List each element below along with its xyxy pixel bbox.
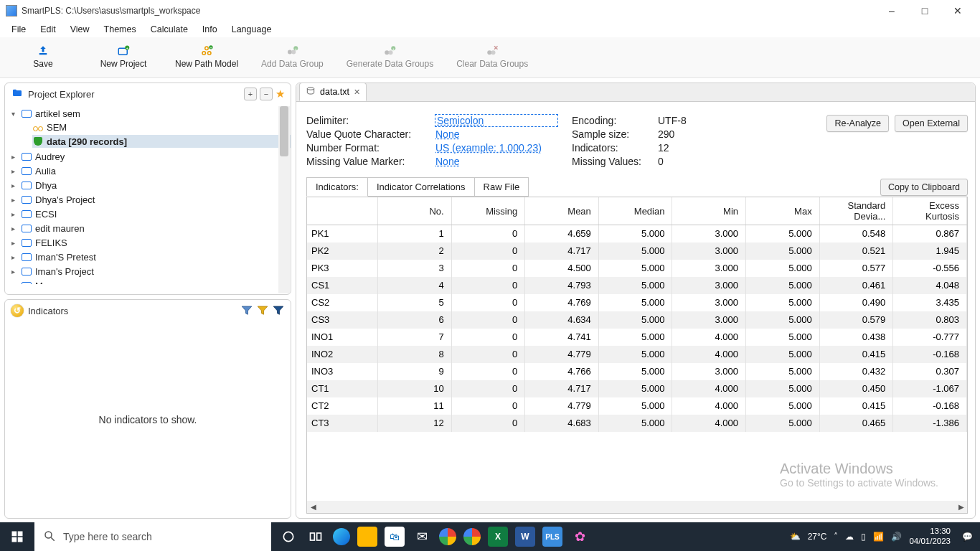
- menu-themes[interactable]: Themes: [97, 23, 143, 36]
- col-median[interactable]: Median: [598, 197, 672, 225]
- tree-item[interactable]: SEM: [47, 122, 67, 133]
- expand-all-button[interactable]: +: [244, 88, 257, 100]
- cortana-icon[interactable]: [278, 527, 298, 547]
- excel-icon[interactable]: X: [488, 527, 508, 547]
- table-row[interactable]: CT31204.6835.0004.0005.0000.465-1.386: [307, 415, 967, 432]
- table-row[interactable]: CT11004.7175.0004.0005.0000.450-1.067: [307, 380, 967, 397]
- col-no[interactable]: No.: [378, 197, 452, 225]
- table-row[interactable]: CS2504.7695.0003.0005.0000.4903.435: [307, 294, 967, 311]
- minimize-button[interactable]: –: [875, 0, 908, 22]
- maximize-button[interactable]: □: [908, 0, 941, 22]
- col-min[interactable]: Min: [672, 197, 746, 225]
- menu-info[interactable]: Info: [195, 23, 225, 36]
- open-external-button[interactable]: Open External: [895, 115, 968, 132]
- scroll-left-icon[interactable]: ◀: [307, 501, 319, 513]
- generate-data-groups-button[interactable]: + Generate Data Groups: [347, 44, 433, 69]
- col-sd[interactable]: Standard Devia...: [819, 197, 893, 225]
- col-max[interactable]: Max: [746, 197, 820, 225]
- taskbar-search[interactable]: Type here to search: [34, 522, 271, 551]
- favorite-icon[interactable]: ★: [275, 88, 285, 100]
- table-row[interactable]: CT21104.7795.0004.0005.0000.415-0.168: [307, 397, 967, 415]
- col-ek[interactable]: Excess Kurtosis: [893, 197, 967, 225]
- save-button[interactable]: Save: [14, 44, 72, 69]
- start-button[interactable]: [0, 522, 34, 551]
- collapse-all-button[interactable]: −: [260, 88, 273, 100]
- reanalyze-button[interactable]: Re-Analyze: [826, 115, 889, 132]
- notifications-icon[interactable]: 💬: [962, 532, 973, 542]
- table-row[interactable]: INO3904.7665.0003.0005.0000.4320.307: [307, 363, 967, 380]
- new-project-button[interactable]: + New Project: [95, 44, 152, 69]
- add-data-group-button[interactable]: + Add Data Group: [261, 44, 324, 69]
- vqc-value[interactable]: None: [435, 128, 557, 140]
- delimiter-value[interactable]: Semicolon: [435, 115, 557, 126]
- chrome-icon[interactable]: [439, 528, 456, 545]
- snip-icon[interactable]: ✿: [570, 527, 590, 547]
- filter-dark-icon[interactable]: [272, 304, 285, 317]
- table-row[interactable]: CS3604.6345.0003.0005.0000.5790.803: [307, 311, 967, 329]
- scrollbar[interactable]: [278, 106, 290, 293]
- svg-rect-29: [311, 533, 315, 540]
- tree-item[interactable]: Iman'S Pretest: [35, 252, 96, 263]
- col-mean[interactable]: Mean: [525, 197, 599, 225]
- file-explorer-icon[interactable]: [357, 527, 377, 547]
- col-name[interactable]: [307, 197, 378, 225]
- svg-rect-25: [18, 537, 23, 542]
- tree-item[interactable]: ECSI: [35, 209, 57, 220]
- subtab-correlations[interactable]: Indicator Correlations: [367, 177, 475, 197]
- tab-data[interactable]: data.txt ✕: [299, 83, 367, 101]
- table-row[interactable]: INO1704.7415.0004.0005.0000.438-0.777: [307, 329, 967, 346]
- subtab-raw-file[interactable]: Raw File: [474, 177, 529, 197]
- menu-calculate[interactable]: Calculate: [143, 23, 195, 36]
- clock[interactable]: 13:30 04/01/2023: [909, 527, 955, 547]
- task-view-icon[interactable]: [306, 527, 326, 547]
- filter-gold-icon[interactable]: [256, 304, 269, 317]
- tree-item[interactable]: Audrey: [35, 151, 65, 162]
- close-tab-icon[interactable]: ✕: [354, 88, 360, 97]
- table-row[interactable]: CS1404.7935.0003.0005.0000.4614.048: [307, 277, 967, 294]
- chevron-up-icon[interactable]: ˄: [834, 532, 838, 542]
- tree-item[interactable]: Aulia: [35, 166, 56, 176]
- edge-icon[interactable]: [333, 528, 350, 545]
- weather-icon[interactable]: ⛅: [790, 532, 801, 542]
- tree-item[interactable]: Mauren: [35, 281, 67, 285]
- store-icon[interactable]: 🛍: [385, 527, 405, 547]
- indicators-panel: ↺ Indicators No indicators to show.: [4, 299, 291, 519]
- smartpls-icon[interactable]: PLS: [542, 527, 562, 547]
- table-row[interactable]: PK2204.7175.0003.0005.0000.5211.945: [307, 242, 967, 260]
- onedrive-icon[interactable]: ☁: [845, 532, 854, 542]
- table-row[interactable]: PK1104.6595.0003.0005.0000.5480.867: [307, 225, 967, 242]
- horizontal-scrollbar[interactable]: ◀ ▶: [307, 501, 967, 513]
- volume-icon[interactable]: 🔊: [891, 532, 902, 542]
- tree-item-selected[interactable]: data [290 records]: [47, 136, 127, 147]
- copy-clipboard-button[interactable]: Copy to Clipboard: [880, 179, 968, 196]
- word-icon[interactable]: W: [515, 527, 535, 547]
- col-missing[interactable]: Missing: [451, 197, 525, 225]
- mail-icon[interactable]: ✉: [412, 527, 432, 547]
- menu-language[interactable]: Language: [225, 23, 279, 36]
- scroll-right-icon[interactable]: ▶: [955, 501, 967, 513]
- tree-item[interactable]: FELIKS: [35, 237, 67, 248]
- wifi-icon[interactable]: 📶: [873, 532, 884, 542]
- table-row[interactable]: INO2804.7795.0004.0005.0000.415-0.168: [307, 346, 967, 363]
- table-row[interactable]: PK3304.5005.0003.0005.0000.577-0.556: [307, 260, 967, 277]
- nf-value[interactable]: US (example: 1,000.23): [435, 142, 557, 154]
- tree-item[interactable]: Iman's Project: [35, 266, 94, 277]
- tree-item[interactable]: Dhya: [35, 180, 57, 191]
- mvm-value[interactable]: None: [435, 156, 557, 167]
- project-tree[interactable]: ▾artikel sem SEM data [290 records] ▸Aud…: [5, 105, 291, 284]
- weather-temp[interactable]: 27°C: [808, 532, 827, 542]
- menu-edit[interactable]: Edit: [33, 23, 63, 36]
- tree-item[interactable]: artikel sem: [35, 108, 80, 119]
- filter-icon[interactable]: [240, 304, 253, 317]
- menu-file[interactable]: File: [4, 23, 33, 36]
- indicator-table[interactable]: No. Missing Mean Median Min Max Standard…: [306, 197, 968, 514]
- battery-icon[interactable]: ▯: [861, 532, 866, 542]
- tree-item[interactable]: edit mauren: [35, 223, 85, 234]
- subtab-indicators[interactable]: Indicators:: [306, 177, 368, 197]
- new-path-model-button[interactable]: + New Path Model: [175, 44, 238, 69]
- tree-item[interactable]: Dhya's Project: [35, 194, 95, 205]
- chrome2-icon[interactable]: [463, 528, 481, 545]
- clear-data-groups-button[interactable]: Clear Data Groups: [456, 44, 528, 69]
- menu-view[interactable]: View: [63, 23, 97, 36]
- close-button[interactable]: ✕: [941, 0, 974, 22]
